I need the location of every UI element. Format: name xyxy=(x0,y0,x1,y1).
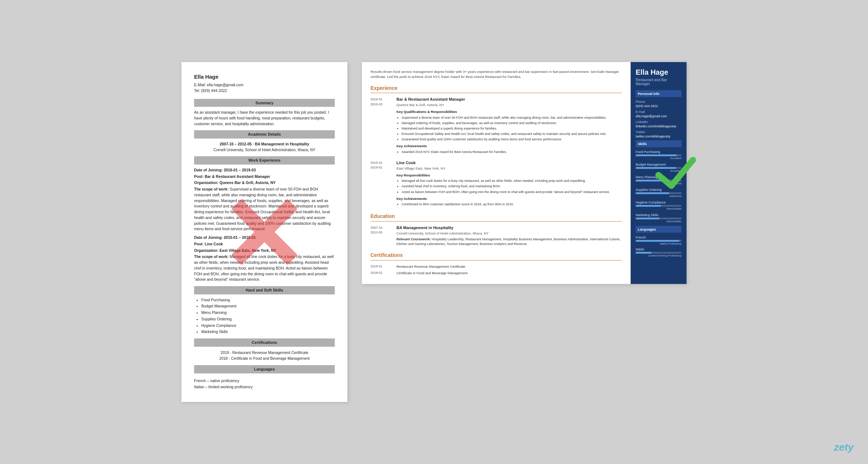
resume-right: Results-driven food service management d… xyxy=(362,62,687,284)
job2-achieve-1: Contributed to 99% customer satisfaction… xyxy=(402,202,622,207)
skill-item-3: Supplies Ordering Advanced xyxy=(636,188,681,198)
skill-name-3: Supplies Ordering xyxy=(636,188,681,192)
academic-header: Academic Details xyxy=(194,130,335,139)
cert1-title: Restaurant Revenue Management Certificat… xyxy=(396,264,465,269)
left-email: E-Mail: ella.hage@gmail.com Tel: (929) 4… xyxy=(194,82,335,94)
skill-item-0: Food Purchasing Excellent xyxy=(636,150,681,160)
skills-header: Hard and Soft Skills xyxy=(194,286,335,294)
page-container: Ella Hage E-Mail: ella.hage@gmail.com Te… xyxy=(181,62,687,402)
lang-name-1: Italian xyxy=(636,248,681,251)
job1-bullet-1: Supervised a diverse team of over 50 FOH… xyxy=(402,115,622,120)
job1-org: Queens Bar & Grill, Astoria, NY xyxy=(396,102,622,108)
skill-item-4: Hygiene Compliance Intermediate xyxy=(636,201,681,210)
skills-list: Food Purchasing Budget Management Menu P… xyxy=(194,297,335,335)
skill-bar-bg-2 xyxy=(636,180,681,181)
skill-bar-bg-4 xyxy=(636,205,681,207)
skill-bar-bg-0 xyxy=(636,154,681,156)
job1-achieve-1: Awarded 2018 NYC Eater Award for Best As… xyxy=(402,150,622,154)
skill-name-0: Food Purchasing xyxy=(636,150,681,154)
cert1-date: 2019-01 xyxy=(371,264,392,269)
skill-bar-fill-4 xyxy=(636,205,661,207)
job2-achieve-header: Key Achievements xyxy=(396,196,622,201)
resume-main-content: Results-driven food service management d… xyxy=(362,62,631,284)
skill-level-5: Intermediate xyxy=(636,220,681,223)
job1-achieve-header: Key Achievements xyxy=(396,144,622,149)
job2-achievements: Contributed to 99% customer satisfaction… xyxy=(396,202,622,207)
work1-date-label: Date of Joining: 2016-01 – 2019-03 xyxy=(194,167,335,173)
linkedin-label: Linkedin xyxy=(636,120,681,124)
work2-scope: The scope of work: Managed all line cook… xyxy=(194,254,335,283)
sidebar-title: Restaurant and Bar Manager xyxy=(636,78,681,86)
job2-bullet-1: Managed all line cook duties for a busy … xyxy=(402,179,622,183)
cert-header: Certifications xyxy=(194,338,335,347)
summary-header: Summary xyxy=(194,99,335,107)
experience-section-title: Experience xyxy=(371,84,622,93)
lang-item-0: French Native Proficiency xyxy=(636,236,681,245)
work1-scope: The scope of work: Supervised a diverse … xyxy=(194,187,335,232)
lang-name-0: French xyxy=(636,236,681,239)
skill-level-2: Advanced xyxy=(636,182,681,185)
edu1-entry: 2007-10 2012-05 BA Management in Hospita… xyxy=(371,225,622,247)
skill-item-2: Menu Planning Advanced xyxy=(636,175,681,185)
job1-bullets: Supervised a diverse team of over 50 FOH… xyxy=(396,115,622,142)
phone-value: (929) 444-3322 xyxy=(636,104,681,108)
job1-dates: 2016-01 2019-03 xyxy=(371,97,392,155)
job2-bullet-2: Assisted head chef in inventory, orderin… xyxy=(402,184,622,189)
job1-qual-header: Key Qualifications & Responsibilities xyxy=(396,109,622,114)
work2-post: Post: Line Cook xyxy=(194,241,335,247)
twitter-label: Twitter xyxy=(636,130,681,134)
education-section-title: Education xyxy=(371,213,622,221)
lang-header: Languages xyxy=(194,365,335,373)
skill-item-5: Marketing Skills Intermediate xyxy=(636,213,681,223)
skill-level-1: Excellent xyxy=(636,169,681,172)
cert2-date: 2018-01 xyxy=(371,271,392,276)
skill-1: Food Purchasing xyxy=(201,297,335,303)
skill-3: Menu Planning xyxy=(201,310,335,316)
lang-level-0: Native Proficiency xyxy=(636,242,681,245)
skill-item-1: Budget Management Excellent xyxy=(636,163,681,172)
job1-bullet-5: Guaranteed food quality and 100% custome… xyxy=(402,137,622,142)
lang-bar-fill-0 xyxy=(636,240,679,242)
edu1-dates: 2007-10 2012-05 xyxy=(371,225,392,247)
job1-achievements: Awarded 2018 NYC Eater Award for Best As… xyxy=(396,150,622,154)
email-label: E-mail xyxy=(636,110,681,114)
edu1-degree: BA Management in Hospitality xyxy=(396,225,622,231)
work2-date-label: Date of Joining: 2015-01 – 2016-01 xyxy=(194,235,335,241)
job1-entry: 2016-01 2019-03 Bar & Restaurant Assista… xyxy=(371,97,622,155)
resume-left: Ella Hage E-Mail: ella.hage@gmail.com Te… xyxy=(181,62,347,402)
intro-text: Results-driven food service management d… xyxy=(371,69,622,80)
skills-container: Food Purchasing Excellent Budget Managem… xyxy=(636,150,681,223)
cert2-title: Certificate in Food and Beverage Managem… xyxy=(396,271,468,276)
job2-title: Line Cook xyxy=(396,160,622,166)
personal-info-header: Personal Info xyxy=(636,90,681,97)
skill-bar-fill-2 xyxy=(636,180,670,181)
work1-post: Post: Bar & Restaurant Assistant Manager xyxy=(194,174,335,180)
work2-org: Organization: East Village Eats, New Yor… xyxy=(194,248,335,254)
skill-bar-fill-5 xyxy=(636,218,659,219)
skill-bar-bg-5 xyxy=(636,218,681,219)
twitter-value: twitter.com/ellahagezety xyxy=(636,135,681,138)
lang-level-1: Limited Working Proficiency xyxy=(636,254,681,257)
lang-text: French – native proficiency Italian – li… xyxy=(194,376,335,391)
job2-content: Line Cook East Village Eats, New York, N… xyxy=(396,160,622,207)
skill-bar-bg-1 xyxy=(636,167,681,169)
skill-bar-fill-0 xyxy=(636,154,677,156)
resume-sidebar: Ella Hage Restaurant and Bar Manager Per… xyxy=(631,62,687,284)
skill-2: Budget Management xyxy=(201,303,335,309)
job2-bullet-3: Acted as liaison between FOH and BOH, of… xyxy=(402,190,622,194)
edu1-school: Cornell University, School of Hotel Admi… xyxy=(396,231,622,236)
academic-entry: 2007-10 – 2012-05 · BA Management in Hos… xyxy=(194,141,335,153)
work1-org: Organization: Queens Bar & Grill, Astori… xyxy=(194,180,335,186)
cert-section-title: Certifications xyxy=(371,251,622,260)
skill-6: Marketing Skills xyxy=(201,329,335,335)
phone-label: Phone xyxy=(636,100,681,104)
lang-bar-fill-1 xyxy=(636,252,652,254)
job1-content: Bar & Restaurant Assistant Manager Queen… xyxy=(396,97,622,155)
edu1-content: BA Management in Hospitality Cornell Uni… xyxy=(396,225,622,247)
job2-resp-header: Key Responsibilities xyxy=(396,173,622,178)
sidebar-name: Ella Hage xyxy=(636,68,681,76)
skill-4: Supplies Ordering xyxy=(201,316,335,322)
email-value: ella.hage@gmail.com xyxy=(636,114,681,118)
languages-container: French Native Proficiency Italian Limite… xyxy=(636,236,681,257)
work-header: Work Experience xyxy=(194,156,335,165)
